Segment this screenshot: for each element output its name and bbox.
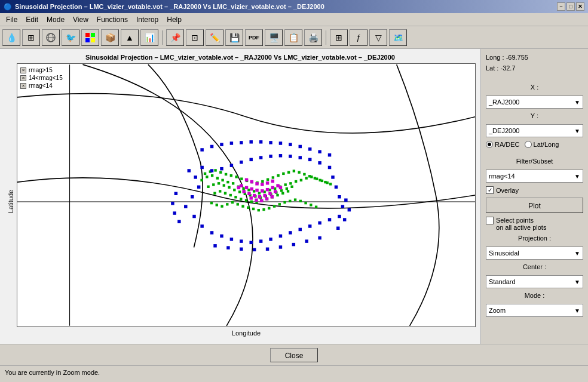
svg-rect-139	[308, 158, 311, 161]
menu-file[interactable]: File	[2, 14, 21, 25]
toolbar-btn-map[interactable]: 🗺️	[389, 29, 407, 46]
svg-rect-78	[267, 178, 269, 181]
svg-rect-200	[261, 183, 264, 186]
svg-rect-15	[232, 182, 234, 184]
svg-rect-186	[261, 189, 264, 192]
toolbar-btn-table[interactable]: ⊞	[330, 29, 348, 46]
svg-rect-58	[250, 201, 253, 203]
svg-rect-133	[341, 205, 344, 208]
svg-rect-157	[343, 218, 346, 221]
svg-rect-89	[324, 181, 326, 183]
menu-mode[interactable]: Mode	[43, 14, 68, 25]
svg-rect-154	[177, 220, 180, 223]
menu-edit[interactable]: Edit	[22, 14, 42, 25]
toolbar-btn-bird[interactable]: 🐦	[62, 29, 79, 46]
svg-rect-185	[255, 189, 258, 192]
window-title: Sinusoidal Projection – LMC_vizier_votab…	[15, 3, 324, 10]
svg-rect-94	[226, 203, 228, 205]
toolbar-btn-clipboard[interactable]: 📋	[284, 29, 302, 46]
svg-rect-156	[348, 208, 351, 211]
svg-rect-96	[237, 203, 239, 205]
svg-rect-106	[289, 200, 291, 202]
svg-rect-51	[213, 192, 216, 195]
svg-rect-53	[224, 192, 226, 195]
toolbar-btn-filter[interactable]: ▽	[369, 29, 387, 46]
svg-rect-84	[298, 171, 300, 174]
svg-rect-111	[315, 206, 317, 208]
select-points-checkbox[interactable]	[486, 217, 494, 224]
filter-dropdown[interactable]: rmag<14 ▼	[486, 170, 583, 183]
svg-rect-107	[294, 198, 296, 201]
toolbar-btn-globe[interactable]	[42, 29, 60, 46]
plot-button[interactable]: Plot	[486, 198, 583, 213]
filter-label: Filter/Subset	[486, 158, 583, 165]
svg-rect-4	[91, 33, 95, 37]
svg-rect-204	[279, 186, 282, 189]
close-button[interactable]: Close	[270, 348, 318, 362]
menu-functions[interactable]: Functions	[93, 14, 131, 25]
toolbar-btn-grid[interactable]: ⊞	[22, 29, 40, 46]
svg-rect-125	[269, 238, 272, 241]
svg-rect-138	[318, 161, 321, 164]
x-axis-label: Longitude	[17, 327, 476, 339]
plot-svg[interactable]	[17, 64, 475, 326]
close-bar: Close	[0, 344, 588, 365]
svg-rect-100	[258, 209, 260, 211]
toolbar-btn-monitor[interactable]: 🖥️	[265, 29, 283, 46]
svg-rect-73	[240, 177, 243, 180]
radio-lat-long[interactable]: Lat/Long	[525, 141, 559, 148]
y-axis-dropdown-arrow: ▼	[574, 128, 580, 134]
svg-rect-173	[249, 140, 252, 143]
x-axis-dropdown-arrow: ▼	[574, 99, 580, 106]
close-window-button[interactable]: ✕	[576, 2, 584, 11]
maximize-button[interactable]: □	[566, 2, 575, 11]
svg-rect-68	[214, 169, 216, 171]
svg-rect-165	[292, 243, 295, 246]
toolbar-btn-color[interactable]	[81, 29, 99, 46]
svg-rect-169	[210, 145, 213, 148]
toolbar-btn-cube[interactable]: 📦	[101, 29, 119, 46]
toolbar-btn-pin[interactable]: 📌	[166, 29, 184, 46]
long-value: -69.755	[506, 54, 528, 61]
minimize-button[interactable]: –	[557, 2, 565, 11]
y-axis-dropdown[interactable]: _DEJ2000 ▼	[486, 124, 583, 137]
mode-dropdown-arrow: ▼	[574, 307, 580, 314]
center-dropdown[interactable]: Standard ▼	[486, 275, 583, 288]
svg-rect-174	[259, 140, 262, 143]
toolbar-btn-func[interactable]: ƒ	[350, 29, 368, 46]
x-axis-dropdown[interactable]: _RAJ2000 ▼	[486, 96, 583, 109]
menu-bar: File Edit Mode View Functions Interop He…	[0, 13, 588, 26]
projection-dropdown[interactable]: Sinusoidal ▼	[486, 247, 583, 260]
svg-rect-184	[250, 187, 253, 190]
svg-rect-159	[213, 244, 216, 247]
overlay-row: ✓ Overlay	[486, 186, 583, 194]
select-points-row: Select points on all active plots	[486, 217, 583, 231]
mode-dropdown[interactable]: Zoom ▼	[486, 304, 583, 317]
svg-rect-71	[230, 174, 232, 177]
overlay-checkbox[interactable]: ✓	[486, 186, 494, 194]
svg-rect-3	[85, 33, 90, 37]
toolbar-btn-zoom-fit[interactable]: ⊡	[186, 29, 204, 46]
svg-rect-142	[279, 154, 282, 157]
svg-rect-188	[271, 186, 274, 189]
toolbar-btn-chart[interactable]: 📊	[140, 29, 158, 46]
svg-rect-209	[270, 195, 273, 198]
toolbar-btn-pencil[interactable]: ✏️	[206, 29, 223, 46]
menu-view[interactable]: View	[69, 14, 92, 25]
svg-rect-92	[216, 204, 218, 206]
radio-ra-dec[interactable]: RA/DEC	[486, 141, 520, 148]
toolbar-btn-drop[interactable]: 💧	[2, 29, 20, 46]
toolbar-btn-pdf[interactable]: PDF	[245, 29, 263, 46]
select-points-line2: on all active plots	[496, 224, 546, 231]
svg-rect-37	[223, 184, 225, 186]
svg-rect-183	[245, 186, 248, 189]
svg-rect-197	[245, 178, 248, 181]
plot-svg-container[interactable]: × rmag>15 × 14<rmag<15 × rmag<14	[17, 63, 476, 327]
toolbar-btn-save[interactable]: 💾	[225, 29, 243, 46]
menu-help[interactable]: Help	[163, 14, 185, 25]
svg-rect-206	[255, 198, 258, 201]
menu-interop[interactable]: Interop	[133, 14, 162, 25]
svg-rect-175	[269, 141, 272, 144]
toolbar-btn-print[interactable]: 🖨️	[304, 29, 322, 46]
toolbar-btn-hist[interactable]: ▲	[121, 29, 139, 46]
